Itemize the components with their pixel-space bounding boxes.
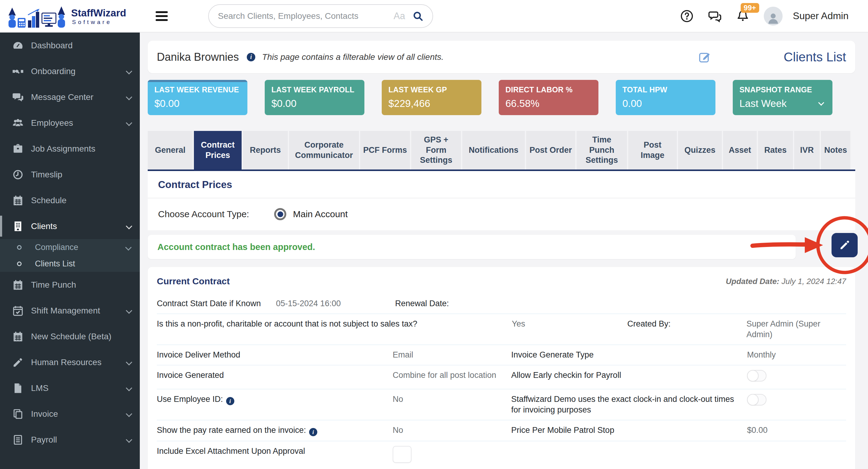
brand-subtitle: Software: [71, 19, 126, 25]
sidebar-item-time-punch[interactable]: Time Punch: [0, 272, 140, 298]
sidebar-item-new-schedule-beta[interactable]: New Schedule (Beta): [0, 324, 140, 349]
search-icon[interactable]: [412, 11, 423, 22]
sidebar-item-human-resources[interactable]: Human Resources: [0, 349, 140, 375]
tab-post-order[interactable]: Post Order: [526, 131, 575, 169]
user-avatar[interactable]: [764, 7, 783, 26]
chevron-down-icon: [126, 359, 132, 365]
updated-date: Updated Date: July 1, 2024 12:47: [726, 277, 846, 286]
approval-row: Account contract has been approved.: [148, 235, 855, 259]
sidebar-item-label: Employees: [31, 118, 73, 128]
sidebar-subitem-clients-list[interactable]: Clients List: [0, 256, 140, 272]
approval-message-box: Account contract has been approved.: [148, 235, 796, 259]
info-icon[interactable]: i: [309, 428, 317, 436]
edit-page-icon[interactable]: [698, 51, 711, 64]
sidebar-item-clients[interactable]: Clients: [0, 213, 140, 239]
contract-row: Invoice Deliver MethodEmailInvoice Gener…: [157, 344, 846, 365]
sidebar-item-invoice[interactable]: Invoice: [0, 401, 140, 427]
current-contract-card: Current Contract Updated Date: July 1, 2…: [148, 267, 855, 469]
tab-pcf-forms[interactable]: PCF Forms: [360, 131, 410, 169]
stat-card-snapshot-range[interactable]: SNAPSHOT RANGELast Week: [733, 80, 832, 115]
field-label: Include Excel Attachment Upon Approval: [157, 446, 393, 457]
main-content: Danika Brownies i This page contains a f…: [140, 33, 868, 469]
chevron-down-icon: [126, 223, 132, 229]
sidebar-item-dashboard[interactable]: Dashboard: [0, 33, 140, 58]
stat-card-last-week-gp[interactable]: LAST WEEK GP$229,466: [382, 80, 482, 115]
bullet-icon: [17, 262, 22, 266]
tab-time-punch-settings[interactable]: Time Punch Settings: [577, 131, 627, 169]
help-icon[interactable]: [680, 9, 694, 23]
stat-value: 0.00: [622, 98, 642, 109]
toggle-off[interactable]: [747, 370, 767, 381]
tab-notifications[interactable]: Notifications: [462, 131, 525, 169]
tab-general[interactable]: General: [148, 131, 193, 169]
main-account-radio[interactable]: [274, 208, 286, 220]
tab-rates[interactable]: Rates: [758, 131, 793, 169]
clock-icon: [12, 169, 24, 180]
stat-card-direct-labor[interactable]: DIRECT LABOR %66.58%: [499, 80, 598, 115]
stat-value: Last Week: [739, 98, 786, 109]
contract-row: Invoice GeneratedCombine for all post lo…: [157, 365, 846, 389]
chevron-down-icon: [126, 411, 132, 417]
calendar-check-icon: [12, 305, 24, 316]
field-label: Contract Start Date if Known: [157, 298, 276, 309]
tab-contract-prices[interactable]: Contract Prices: [194, 131, 242, 169]
menu-toggle-icon[interactable]: [156, 11, 168, 21]
sidebar-item-message-center[interactable]: Message Center: [0, 84, 140, 110]
stat-card-last-week-revenue[interactable]: LAST WEEK REVENUE$0.00: [148, 80, 247, 115]
edit-contract-button[interactable]: [832, 233, 858, 257]
logo-text: StaffWizard Software: [71, 8, 126, 25]
stat-value: $229,466: [389, 98, 430, 109]
bullet-icon: [17, 245, 22, 250]
sidebar-item-label: Human Resources: [31, 358, 101, 367]
sidebar-item-label: Dashboard: [31, 41, 73, 51]
notifications-bell-icon[interactable]: 99+: [736, 9, 750, 23]
stat-cards-row: LAST WEEK REVENUE$0.00LAST WEEK PAYROLL$…: [148, 80, 855, 115]
account-type-row: Choose Account Type: Main Account: [158, 208, 845, 220]
updated-date-label: Updated Date:: [726, 277, 779, 286]
sidebar-item-payroll[interactable]: Payroll: [0, 427, 140, 453]
tab-ivr[interactable]: IVR: [794, 131, 820, 169]
case-sensitive-toggle[interactable]: Aa: [394, 11, 405, 22]
sidebar-item-timeslip[interactable]: Timeslip: [0, 162, 140, 188]
tab-gps-form-settings[interactable]: GPS + Form Settings: [411, 131, 461, 169]
info-icon[interactable]: i: [247, 53, 255, 61]
tab-quizzes[interactable]: Quizzes: [678, 131, 722, 169]
tab-reports[interactable]: Reports: [243, 131, 288, 169]
sidebar-item-lms[interactable]: LMS: [0, 375, 140, 401]
stat-card-total-hpw[interactable]: TOTAL HPW0.00: [616, 80, 715, 115]
sidebar-item-employees[interactable]: Employees: [0, 110, 140, 136]
sidebar-item-schedule[interactable]: Schedule: [0, 188, 140, 213]
chevron-down-icon: [125, 244, 132, 250]
checkbox[interactable]: [393, 446, 411, 463]
sidebar-item-onboarding[interactable]: Onboarding: [0, 58, 140, 84]
chevron-down-icon[interactable]: [818, 100, 824, 106]
contract-prices-section: Contract Prices Choose Account Type: Mai…: [148, 171, 855, 230]
field-value: Email: [393, 349, 511, 360]
clients-list-link[interactable]: Clients List: [784, 50, 846, 64]
sidebar: StaffWizard Software DashboardOnboarding…: [0, 0, 140, 469]
global-search[interactable]: Aa: [208, 4, 433, 28]
info-icon[interactable]: i: [226, 397, 234, 405]
sidebar-item-job-assignments[interactable]: Job Assignments: [0, 136, 140, 162]
handshake-icon: [12, 66, 24, 77]
field-label: Invoice Generated: [157, 370, 393, 380]
contract-row: Contract Start Date if Known05-15-2024 1…: [157, 294, 846, 313]
user-name[interactable]: Super Admin: [793, 10, 848, 22]
field-value: No: [393, 425, 511, 436]
field-label: Created By:: [627, 319, 746, 329]
tab-asset[interactable]: Asset: [723, 131, 757, 169]
tab-corporate-communicator[interactable]: Corporate Communicator: [289, 131, 359, 169]
stat-card-last-week-payroll[interactable]: LAST WEEK PAYROLL$0.00: [265, 80, 364, 115]
page-note: This page contains a filterable view of …: [262, 52, 444, 62]
toggle-off[interactable]: [747, 394, 767, 405]
messages-icon[interactable]: [708, 9, 722, 23]
topbar: Aa 99+ Super Admin: [140, 0, 868, 33]
tab-notes[interactable]: Notes: [821, 131, 850, 169]
current-contract-title: Current Contract: [157, 276, 230, 287]
field-label: Invoice Generate Type: [511, 349, 747, 360]
field-label: Renewal Date:: [395, 298, 547, 309]
search-input[interactable]: [218, 11, 394, 21]
sidebar-subitem-compliance[interactable]: Compliance: [0, 239, 140, 256]
tab-post-image[interactable]: Post Image: [628, 131, 677, 169]
sidebar-item-shift-management[interactable]: Shift Management: [0, 298, 140, 324]
